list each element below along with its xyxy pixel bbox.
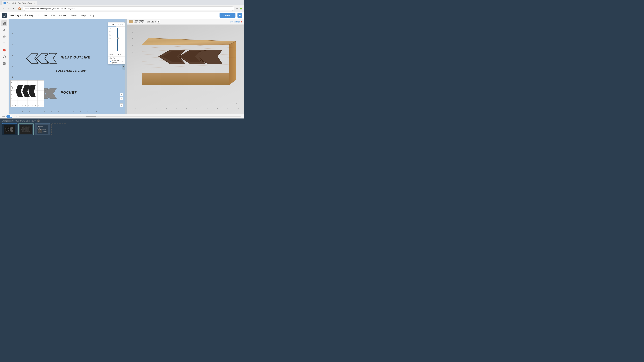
depth-label: Depth: [110, 53, 114, 55]
shape-tab[interactable]: Shape: [116, 22, 124, 26]
ruler-marks: -0" -¹⁄₄" -¹⁄₂" -³⁄₄" -1": [109, 28, 111, 51]
material-size: 10 × 7 × 1 in: [134, 22, 144, 24]
preview-ruler-x: 012345678910: [135, 108, 239, 109]
tool-image[interactable]: [1, 47, 8, 53]
easel-logo-icon: [3, 14, 6, 17]
tool-pen[interactable]: [1, 27, 8, 33]
back-button[interactable]: ◀: [1, 6, 5, 10]
material-badge: Hard Maple 10 × 7 × 1 in: [129, 20, 144, 24]
app-container: OSU Tray 2 Color Tray ☆ ⤴ File Edit Mach…: [0, 12, 244, 137]
home-button[interactable]: 🏠: [18, 6, 22, 10]
svg-rect-5: [3, 23, 4, 24]
workpieces-text: Workpieces for "OSU Tray 2 Color Tray": [2, 120, 35, 122]
forward-button[interactable]: ▶: [7, 6, 11, 10]
preview-header: Hard Maple 10 × 7 × 1 in Bit: 1/16 in + …: [127, 19, 244, 25]
mm-label: mm: [14, 115, 16, 117]
url-bar[interactable]: easel.inventables.com/projects/L_YfnXINK…: [23, 6, 234, 11]
tool-text[interactable]: T: [1, 40, 8, 46]
carve-button[interactable]: Carve...: [220, 13, 236, 17]
wood-block-3d: [135, 28, 236, 92]
active-tab[interactable]: Easel - OSU Tray 2 Color Tray ✕: [1, 1, 38, 5]
cut-path-option[interactable]: ★ Clear out a pocket ▾: [110, 60, 123, 63]
unit-toggle: inch mm: [2, 115, 16, 118]
svg-point-10: [3, 49, 6, 51]
toggle-knob: [10, 115, 12, 117]
svg-text:T: T: [3, 42, 5, 45]
preview-area: Hard Maple 10 × 7 × 1 in Bit: 1/16 in + …: [127, 19, 244, 114]
workpiece-3-preview: INLAY OUTLINE POCKET: [36, 125, 48, 134]
bookmark-icon[interactable]: ☆: [236, 7, 239, 10]
bit-plus-button[interactable]: +: [157, 20, 160, 23]
workpieces-dropdown-icon[interactable]: ▾: [36, 120, 36, 122]
menu-machine[interactable]: Machine: [57, 13, 68, 17]
horizontal-scrollbar[interactable]: [19, 116, 241, 117]
reload-button[interactable]: ↻: [12, 6, 16, 10]
svg-rect-3: [3, 22, 4, 23]
star-option-icon: ★: [110, 60, 112, 63]
workpiece-1[interactable]: [2, 123, 17, 135]
workpieces-bar: Workpieces for "OSU Tray 2 Color Tray" ▾…: [0, 118, 244, 137]
pocket-label: POCKET: [61, 91, 77, 94]
zoom-in-button[interactable]: +: [120, 93, 124, 96]
canvas-ruler-x: 012345678910: [16, 111, 103, 112]
tab-favicon: [4, 2, 6, 4]
zoom-controls: + −: [120, 93, 124, 100]
cut-path-dropdown-icon[interactable]: ▾: [122, 61, 123, 63]
workpiece-3[interactable]: INLAY OUTLINE POCKET: [35, 123, 50, 135]
workpiece-2[interactable]: [18, 123, 34, 135]
bit-section: Bit: 1/16 in +: [147, 20, 160, 23]
add-workpiece-button[interactable]: +: [51, 123, 66, 135]
tool-import[interactable]: [1, 60, 8, 66]
material-swatch: [129, 20, 133, 23]
svg-marker-12: [142, 73, 229, 85]
cut-tab[interactable]: Cut: [108, 22, 116, 26]
material-name: Hard Maple: [134, 20, 144, 22]
tolerance-label: TOLLERANCE 0.008": [56, 69, 87, 72]
canvas-area[interactable]: INLAY OUTLINE TOLLERANCE 0.008" POCKET: [9, 19, 125, 114]
fit-to-screen-button[interactable]: ⊕: [120, 103, 124, 107]
depth-slider-area: -0" -¹⁄₄" -¹⁄₂" -³⁄₄" -1": [108, 27, 124, 52]
svg-rect-0: [3, 14, 6, 16]
tool-circle[interactable]: [1, 34, 8, 40]
depth-input[interactable]: [115, 53, 123, 56]
menu-shop[interactable]: Shop: [88, 13, 96, 17]
extensions-icon[interactable]: 🧩: [240, 7, 243, 10]
workpiece-2-preview: [20, 125, 32, 134]
workpieces-help-icon[interactable]: ?: [37, 119, 40, 122]
scrollbar-thumb[interactable]: [86, 116, 96, 117]
menu-help[interactable]: Help: [80, 13, 88, 17]
menu-toolbox[interactable]: Toolbox: [69, 13, 79, 17]
canvas-ruler-y: 1234567: [12, 24, 13, 109]
tool-select[interactable]: [1, 20, 8, 26]
cut-settings-button[interactable]: Cut Settings: [230, 21, 242, 23]
osu-outline-shape[interactable]: [23, 52, 60, 68]
svg-text:POCKET: POCKET: [43, 131, 46, 132]
svg-text:INLAY: INLAY: [43, 128, 46, 129]
unit-toggle-switch[interactable]: [6, 115, 12, 118]
svg-line-21: [142, 64, 236, 68]
thumbnail-osu-shape: [14, 82, 38, 100]
tool-3d[interactable]: [1, 54, 8, 60]
preview-3d-canvas[interactable]: 012345678910 3210: [127, 25, 244, 114]
tab-close-button[interactable]: ✕: [34, 2, 35, 4]
expand-button[interactable]: ⊞: [238, 13, 242, 18]
star-icon[interactable]: ☆: [36, 14, 38, 16]
svg-marker-14: [142, 38, 236, 45]
new-tab-button[interactable]: +: [38, 1, 42, 5]
bit-label: Bit:: [147, 21, 150, 23]
menu-edit[interactable]: Edit: [50, 13, 56, 17]
slider-handle[interactable]: [117, 37, 119, 39]
depth-slider[interactable]: [116, 28, 120, 51]
main-divider[interactable]: ⋮: [125, 19, 127, 114]
workpiece-1-preview: [4, 125, 16, 134]
menu-file[interactable]: File: [42, 13, 49, 17]
cut-path-label: Cut Path: [110, 57, 123, 59]
zoom-out-button[interactable]: −: [120, 97, 124, 100]
tools-sidebar: T: [0, 19, 9, 114]
svg-rect-6: [4, 23, 6, 24]
browser-chrome: Easel - OSU Tray 2 Color Tray ✕ + ◀ ▶ ↻ …: [0, 0, 244, 12]
cut-panel-tabs: Cut Shape: [108, 22, 124, 27]
cut-path-option-label: Clear out a pocket: [112, 60, 122, 63]
url-text: easel.inventables.com/projects/L_YfnXINK…: [25, 7, 75, 9]
share-icon[interactable]: ⤴: [38, 14, 39, 16]
